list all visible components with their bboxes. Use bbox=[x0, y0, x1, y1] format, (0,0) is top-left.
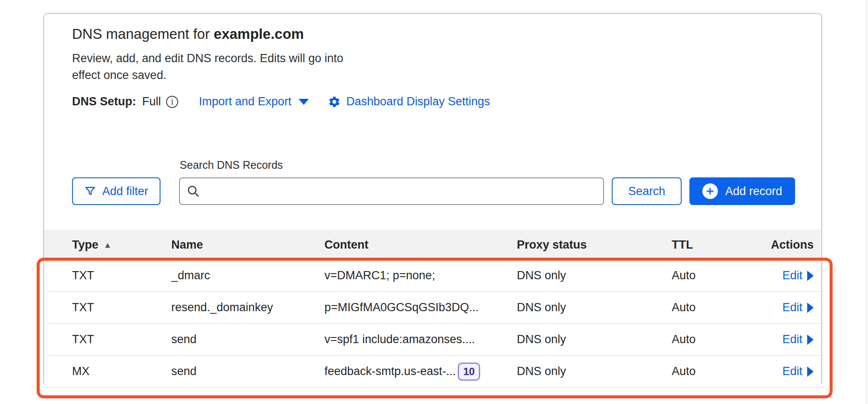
column-header-content[interactable]: Content bbox=[324, 238, 517, 252]
dns-toolbar: Add filter Search DNS Records Search Add… bbox=[72, 159, 795, 205]
cell-actions: Edit bbox=[758, 269, 821, 282]
dns-setup-value: Full bbox=[142, 95, 161, 108]
add-filter-button[interactable]: Add filter bbox=[72, 177, 160, 205]
cell-actions: Edit bbox=[758, 301, 821, 314]
dns-records-table: Type▲ Name Content Proxy status TTL Acti… bbox=[44, 230, 821, 388]
dashboard-display-settings-link[interactable]: Dashboard Display Settings bbox=[328, 95, 490, 108]
domain-name: example.com bbox=[214, 26, 304, 42]
cell-type: TXT bbox=[44, 301, 171, 314]
chevron-down-icon bbox=[299, 99, 309, 105]
add-record-label: Add record bbox=[725, 185, 782, 198]
edit-label: Edit bbox=[782, 269, 802, 282]
chevron-right-icon bbox=[807, 335, 814, 345]
chevron-right-icon bbox=[807, 271, 814, 281]
column-header-ttl[interactable]: TTL bbox=[672, 238, 758, 252]
cell-ttl: Auto bbox=[672, 301, 758, 314]
cell-ttl: Auto bbox=[672, 333, 758, 346]
content-text: v=DMARC1; p=none; bbox=[324, 269, 435, 282]
column-header-name[interactable]: Name bbox=[171, 238, 324, 252]
cell-proxy-status: DNS only bbox=[517, 365, 672, 378]
dns-setup-label: DNS Setup: bbox=[72, 95, 136, 108]
edit-record-button[interactable]: Edit bbox=[782, 365, 814, 378]
edit-record-button[interactable]: Edit bbox=[782, 333, 814, 346]
cell-name: send bbox=[171, 365, 324, 378]
content-text: p=MIGfMA0GCSqGSIb3DQ... bbox=[324, 301, 479, 314]
edit-label: Edit bbox=[782, 301, 802, 314]
cell-actions: Edit bbox=[758, 365, 821, 378]
cell-ttl: Auto bbox=[672, 365, 758, 378]
cell-name: _dmarc bbox=[171, 269, 324, 282]
cell-name: resend._domainkey bbox=[171, 301, 324, 314]
cell-type: TXT bbox=[44, 269, 171, 282]
column-header-actions: Actions bbox=[758, 238, 821, 252]
sort-ascending-icon: ▲ bbox=[104, 240, 112, 249]
window-edge bbox=[866, 0, 867, 404]
dashboard-display-settings-label: Dashboard Display Settings bbox=[346, 95, 490, 108]
cell-proxy-status: DNS only bbox=[517, 301, 672, 314]
cell-content: v=DMARC1; p=none; bbox=[324, 269, 517, 282]
content-text: v=spf1 include:amazonses.... bbox=[324, 333, 475, 346]
plus-icon bbox=[702, 183, 718, 199]
content-text: feedback-smtp.us-east-... bbox=[324, 365, 456, 378]
cell-ttl: Auto bbox=[672, 269, 758, 282]
dns-management-card: DNS management for example.com Review, a… bbox=[43, 13, 822, 386]
import-export-label: Import and Export bbox=[199, 95, 292, 108]
cell-proxy-status: DNS only bbox=[517, 269, 672, 282]
cell-name: send bbox=[171, 333, 324, 346]
chevron-right-icon bbox=[807, 366, 814, 377]
table-row: TXT resend._domainkey p=MIGfMA0GCSqGSIb3… bbox=[44, 292, 821, 324]
search-icon bbox=[187, 185, 200, 198]
table-header-row: Type▲ Name Content Proxy status TTL Acti… bbox=[44, 230, 821, 260]
edit-record-button[interactable]: Edit bbox=[782, 269, 814, 282]
import-export-link[interactable]: Import and Export bbox=[199, 95, 309, 108]
filter-icon bbox=[84, 185, 96, 197]
cell-content: feedback-smtp.us-east-... 10 bbox=[324, 363, 517, 381]
add-record-button[interactable]: Add record bbox=[689, 177, 795, 205]
cell-proxy-status: DNS only bbox=[517, 333, 672, 346]
gear-icon bbox=[328, 95, 341, 108]
page-title: DNS management for example.com bbox=[72, 25, 821, 43]
column-header-type[interactable]: Type▲ bbox=[44, 238, 171, 252]
search-button[interactable]: Search bbox=[612, 177, 682, 205]
search-label: Search DNS Records bbox=[180, 159, 604, 171]
edit-label: Edit bbox=[782, 333, 802, 346]
cell-content: v=spf1 include:amazonses.... bbox=[324, 333, 517, 346]
page-title-prefix: DNS management for bbox=[72, 26, 214, 42]
table-row: MX send feedback-smtp.us-east-... 10 DNS… bbox=[44, 356, 821, 388]
cell-actions: Edit bbox=[758, 333, 821, 346]
search-input[interactable] bbox=[179, 177, 604, 205]
cell-content: p=MIGfMA0GCSqGSIb3DQ... bbox=[324, 301, 517, 314]
dns-setup-row: DNS Setup: Full i Import and Export Dash… bbox=[72, 95, 821, 108]
cell-type: MX bbox=[44, 365, 171, 378]
page-description: Review, add, and edit DNS records. Edits… bbox=[72, 50, 352, 84]
add-filter-label: Add filter bbox=[102, 185, 148, 198]
table-row: TXT send v=spf1 include:amazonses.... DN… bbox=[44, 324, 821, 356]
search-section: Search DNS Records bbox=[179, 159, 604, 205]
chevron-right-icon bbox=[807, 303, 814, 313]
search-box bbox=[179, 177, 604, 205]
info-icon[interactable]: i bbox=[166, 96, 178, 108]
search-button-label: Search bbox=[628, 185, 665, 198]
cell-type: TXT bbox=[44, 333, 171, 346]
column-header-proxy-status[interactable]: Proxy status bbox=[517, 238, 672, 252]
priority-badge: 10 bbox=[458, 363, 481, 381]
edit-label: Edit bbox=[782, 365, 802, 378]
table-row: TXT _dmarc v=DMARC1; p=none; DNS only Au… bbox=[44, 260, 821, 292]
edit-record-button[interactable]: Edit bbox=[782, 301, 814, 314]
